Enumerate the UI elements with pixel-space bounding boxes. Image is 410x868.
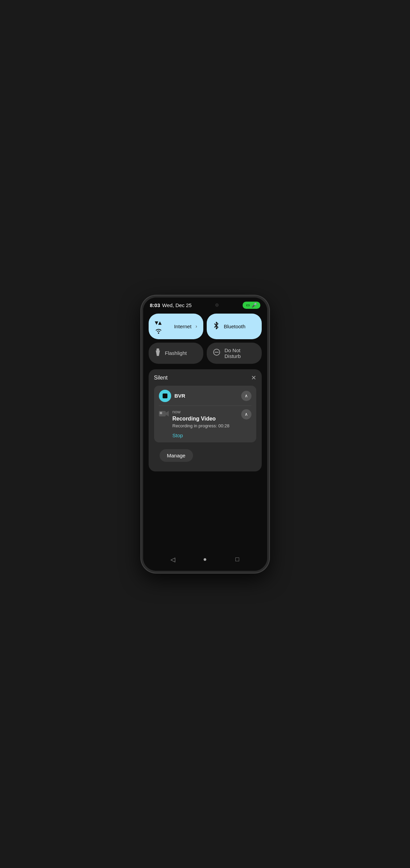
app-row: BVR <box>159 390 251 402</box>
recording-subtitle: Recording in progress: 00:28 <box>173 423 230 428</box>
dnd-tile-label: Do Not Disturb <box>224 347 256 359</box>
notification-timestamp: now <box>173 409 230 414</box>
stop-button[interactable]: Stop <box>173 432 230 438</box>
bluetooth-tile[interactable]: Bluetooth <box>207 314 262 339</box>
do-not-disturb-tile[interactable]: Do Not Disturb <box>207 343 262 364</box>
wifi-icon: ▾▴ <box>155 318 170 334</box>
app-name: BVR <box>175 393 186 399</box>
bottom-nav: ◁ ● □ <box>143 552 267 571</box>
flashlight-tile-label: Flashlight <box>165 350 187 356</box>
flashlight-icon <box>155 348 161 358</box>
notification-content-row: now Recording Video Recording in progres… <box>159 405 251 438</box>
back-button[interactable]: ◁ <box>167 553 179 566</box>
status-left: 8:03 Wed, Dec 25 <box>150 302 192 308</box>
svg-point-6 <box>160 412 161 413</box>
dnd-icon <box>213 348 220 358</box>
notification-header: Silent ✕ <box>154 375 256 381</box>
app-left: BVR <box>159 390 186 402</box>
manage-button[interactable]: Manage <box>160 449 193 462</box>
recording-indicator: ▭ 🎤 <box>243 302 260 309</box>
home-button[interactable]: ● <box>199 553 211 566</box>
close-icon[interactable]: ✕ <box>251 375 256 381</box>
phone-frame: 8:03 Wed, Dec 25 ▭ 🎤 ▾▴ Internet <box>141 295 269 573</box>
app-icon <box>159 390 171 402</box>
status-time: 8:03 <box>150 302 160 308</box>
status-bar: 8:03 Wed, Dec 25 ▭ 🎤 <box>143 298 267 311</box>
notification-app-card[interactable]: BVR <box>154 386 256 442</box>
notification-panel: Silent ✕ BVR <box>149 369 262 471</box>
camera-icon: ▭ <box>246 303 250 307</box>
microphone-icon: 🎤 <box>251 303 257 308</box>
recents-button[interactable]: □ <box>231 553 243 566</box>
status-date: Wed, Dec 25 <box>162 302 192 308</box>
flashlight-tile[interactable]: Flashlight <box>149 343 204 364</box>
internet-tile-arrow: › <box>195 323 197 329</box>
internet-tile[interactable]: ▾▴ Internet › <box>149 314 204 339</box>
bluetooth-tile-label: Bluetooth <box>224 323 245 329</box>
phone-screen: 8:03 Wed, Dec 25 ▭ 🎤 ▾▴ Internet <box>143 298 267 571</box>
quick-tiles-grid: ▾▴ Internet › Bluetooth <box>143 311 267 366</box>
notification-section-title: Silent <box>154 375 168 381</box>
internet-tile-label: Internet <box>174 323 191 329</box>
camera-dot <box>215 303 219 307</box>
svg-rect-0 <box>156 348 159 350</box>
bluetooth-icon <box>213 322 220 331</box>
notification-text-block: now Recording Video Recording in progres… <box>173 409 230 438</box>
camera-recording-icon <box>159 410 169 419</box>
status-right: ▭ 🎤 <box>243 302 260 309</box>
recording-title: Recording Video <box>173 416 230 422</box>
expand-app-button[interactable] <box>241 391 251 401</box>
expand-recording-button[interactable] <box>241 409 251 419</box>
stop-icon <box>163 394 167 398</box>
notification-content-left: now Recording Video Recording in progres… <box>159 409 230 438</box>
